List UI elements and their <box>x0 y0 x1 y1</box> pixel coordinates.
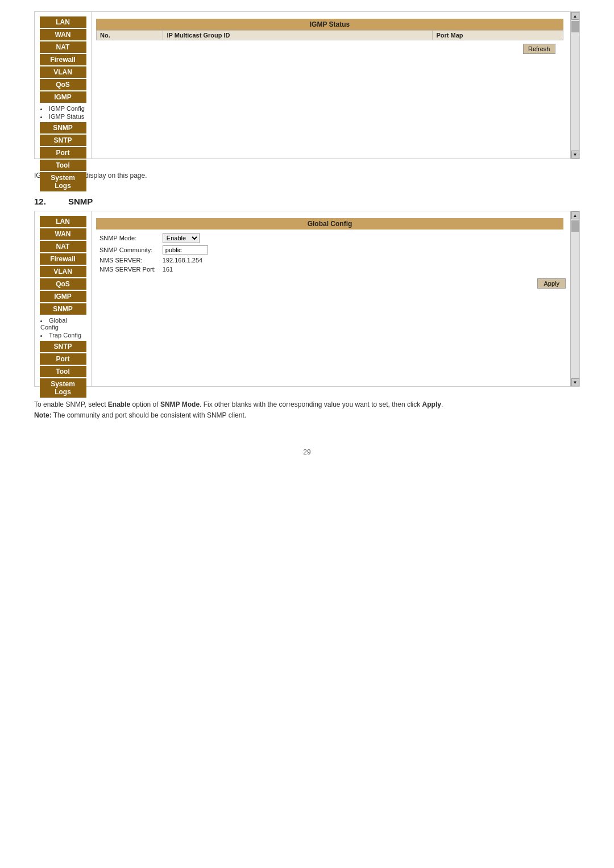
snmp-sub-menu: Global Config Trap Config <box>37 316 89 340</box>
sidebar-btn-wan[interactable]: WAN <box>40 29 86 40</box>
page-number: 29 <box>34 448 580 456</box>
igmp-col-multicast-id: IP Multicast Group ID <box>163 31 433 40</box>
snmp-config-table: SNMP Mode: Enable SNMP Community: <box>96 232 211 274</box>
snmp-scrollbar[interactable]: ▲ ▼ <box>570 211 579 386</box>
sidebar-btn-lan[interactable]: LAN <box>40 16 86 28</box>
igmp-sub-menu: IGMP Config IGMP Status <box>37 104 89 121</box>
sidebar-btn-nat[interactable]: NAT <box>40 41 86 53</box>
snmp-sidebar-btn-sntp[interactable]: SNTP <box>40 341 86 352</box>
snmp-sidebar-btn-qos[interactable]: QoS <box>40 278 86 290</box>
config-label-community: SNMP Community: <box>96 244 159 256</box>
igmp-section-block: LAN WAN NAT Firewall VLAN QoS IGMP IGMP … <box>34 11 580 159</box>
config-value-nms-server: 192.168.1.254 <box>159 256 211 265</box>
config-label-nms-server: NMS SERVER: <box>96 256 159 265</box>
snmp-mode-select[interactable]: Enable <box>163 233 200 243</box>
snmp-sidebar-btn-lan[interactable]: LAN <box>40 216 86 227</box>
config-label-mode: SNMP Mode: <box>96 232 159 244</box>
sidebar-btn-tool[interactable]: Tool <box>40 160 86 171</box>
config-row-nms-server: NMS SERVER: 192.168.1.254 <box>96 256 211 265</box>
snmp-scrollbar-down[interactable]: ▼ <box>571 378 579 386</box>
snmp-scrollbar-thumb[interactable] <box>571 220 579 232</box>
igmp-scrollbar[interactable]: ▲ ▼ <box>570 12 579 158</box>
snmp-sidebar-btn-snmp[interactable]: SNMP <box>40 303 86 315</box>
snmp-sub-global[interactable]: Global Config <box>40 316 85 331</box>
config-row-nms-port: NMS SERVER Port: 161 <box>96 265 211 274</box>
sidebar-btn-port[interactable]: Port <box>40 147 86 158</box>
igmp-col-port-map: Port Map <box>433 31 563 40</box>
sidebar-btn-vlan[interactable]: VLAN <box>40 66 86 78</box>
igmp-status-title: IGMP Status <box>96 19 563 30</box>
igmp-status-note: IGMP status will display on this page. <box>34 172 580 180</box>
sidebar-btn-qos[interactable]: QoS <box>40 79 86 90</box>
sidebar-btn-sntp[interactable]: SNTP <box>40 135 86 146</box>
igmp-table-row-refresh: Refresh <box>97 40 563 58</box>
snmp-sidebar: LAN WAN NAT Firewall VLAN QoS IGMP SNMP … <box>35 211 92 386</box>
snmp-section-title: SNMP <box>68 197 93 206</box>
sidebar-btn-igmp[interactable]: IGMP <box>40 91 86 103</box>
snmp-sub-trap[interactable]: Trap Config <box>40 331 85 339</box>
snmp-sidebar-btn-firewall[interactable]: Firewall <box>40 253 86 265</box>
scrollbar-thumb[interactable] <box>571 21 579 32</box>
snmp-main-panel: Global Config SNMP Mode: Enable SNMP Com… <box>92 211 570 386</box>
sidebar-btn-snmp[interactable]: SNMP <box>40 122 86 133</box>
snmp-sidebar-btn-port[interactable]: Port <box>40 353 86 365</box>
snmp-community-input[interactable] <box>163 245 208 254</box>
snmp-sidebar-btn-tool[interactable]: Tool <box>40 366 86 377</box>
igmp-sidebar: LAN WAN NAT Firewall VLAN QoS IGMP IGMP … <box>35 12 92 158</box>
global-config-title: Global Config <box>96 218 563 229</box>
snmp-scrollbar-up[interactable]: ▲ <box>571 211 579 219</box>
snmp-section-block: LAN WAN NAT Firewall VLAN QoS IGMP SNMP … <box>34 211 580 387</box>
snmp-sidebar-btn-nat[interactable]: NAT <box>40 241 86 252</box>
snmp-section-number: 12. <box>34 197 57 206</box>
igmp-table: No. IP Multicast Group ID Port Map Refre… <box>96 30 563 57</box>
snmp-sidebar-btn-vlan[interactable]: VLAN <box>40 266 86 277</box>
refresh-button[interactable]: Refresh <box>523 44 555 54</box>
snmp-sidebar-btn-syslogs[interactable]: System Logs <box>40 378 86 398</box>
igmp-sub-status[interactable]: IGMP Status <box>40 112 85 120</box>
snmp-sidebar-btn-wan[interactable]: WAN <box>40 228 86 240</box>
scrollbar-up-arrow[interactable]: ▲ <box>571 12 579 20</box>
config-row-community: SNMP Community: <box>96 244 211 256</box>
snmp-section-heading: 12. SNMP <box>34 197 580 206</box>
config-value-nms-port: 161 <box>159 265 211 274</box>
igmp-main-panel: IGMP Status No. IP Multicast Group ID Po… <box>92 12 570 158</box>
sidebar-btn-syslogs[interactable]: System Logs <box>40 172 86 191</box>
snmp-sidebar-btn-igmp[interactable]: IGMP <box>40 291 86 302</box>
config-row-mode: SNMP Mode: Enable <box>96 232 211 244</box>
snmp-description: To enable SNMP, select Enable option of … <box>34 399 580 421</box>
sidebar-btn-firewall[interactable]: Firewall <box>40 54 86 65</box>
config-label-nms-port: NMS SERVER Port: <box>96 265 159 274</box>
apply-button[interactable]: Apply <box>537 278 566 289</box>
igmp-sub-config[interactable]: IGMP Config <box>40 105 85 112</box>
igmp-col-no: No. <box>97 31 163 40</box>
scrollbar-down-arrow[interactable]: ▼ <box>571 151 579 158</box>
